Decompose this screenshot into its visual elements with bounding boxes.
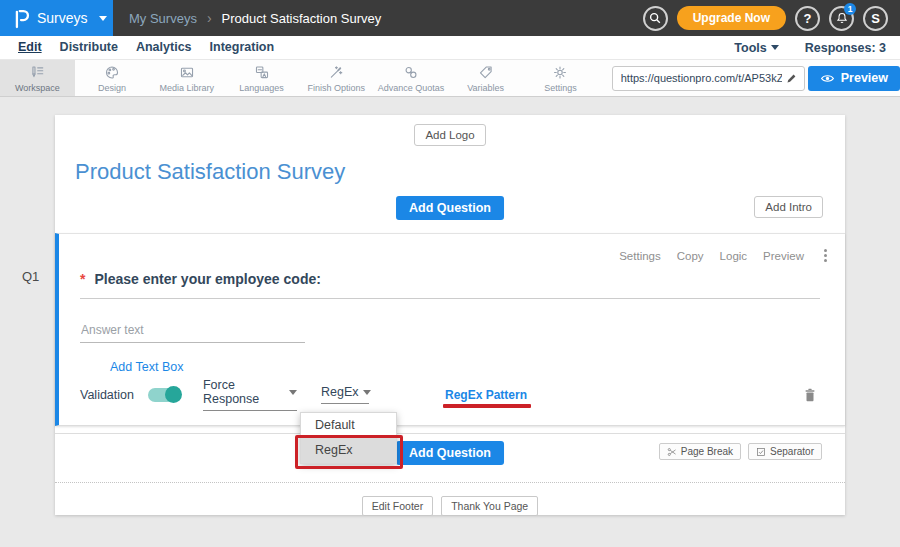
- breadcrumb: My Surveys › Product Satisfaction Survey: [129, 10, 381, 26]
- edit-url-button[interactable]: [785, 72, 798, 85]
- toolbar-item-media-library[interactable]: Media Library: [149, 60, 224, 96]
- required-marker: *: [80, 271, 85, 287]
- subnav-right: Tools Responses: 3: [734, 41, 900, 55]
- notifications-button[interactable]: 1: [829, 6, 854, 31]
- image-icon: [178, 64, 196, 81]
- separator-button[interactable]: Separator: [748, 443, 822, 460]
- pencil-icon: [785, 72, 798, 85]
- workspace-toolbar: Workspace Design Media Library Languages: [0, 59, 900, 97]
- dropdown-option-default[interactable]: Default: [301, 413, 396, 436]
- chevron-down-icon: [99, 16, 107, 21]
- help-label: ?: [804, 11, 812, 26]
- questionpro-logo-icon: [12, 7, 30, 29]
- annotation-underline: [443, 404, 531, 408]
- add-logo-row: Add Logo: [55, 115, 845, 146]
- page-break-label: Page Break: [681, 446, 733, 457]
- question-logic-link[interactable]: Logic: [720, 250, 748, 262]
- breadcrumb-parent[interactable]: My Surveys: [129, 11, 197, 26]
- force-response-dropdown[interactable]: Force Response: [203, 378, 297, 411]
- scissors-icon: [667, 447, 677, 457]
- preview-button[interactable]: Preview: [808, 66, 900, 91]
- top-bar: Surveys My Surveys › Product Satisfactio…: [0, 0, 900, 36]
- toolbar-label: Media Library: [160, 83, 215, 93]
- help-button[interactable]: ?: [795, 6, 820, 31]
- question-block: Settings Copy Logic Preview *Please ente…: [55, 233, 845, 426]
- chevron-down-icon: [289, 390, 297, 395]
- topbar-actions: Upgrade Now ? 1 S: [643, 6, 900, 31]
- product-menu[interactable]: Surveys: [0, 0, 113, 36]
- translate-icon: [253, 64, 271, 81]
- validation-row: Validation Force Response RegEx RegEx Pa…: [59, 378, 845, 411]
- tools-menu[interactable]: Tools: [734, 41, 778, 55]
- kebab-menu-icon[interactable]: [820, 247, 831, 264]
- dropdown-option-regex[interactable]: RegEx: [301, 436, 396, 463]
- survey-url-field[interactable]: [612, 66, 805, 91]
- trash-icon: [803, 387, 817, 403]
- toolbar-item-variables[interactable]: Variables: [448, 60, 523, 96]
- add-intro-button[interactable]: Add Intro: [754, 196, 823, 218]
- question-preview-link[interactable]: Preview: [763, 250, 804, 262]
- regex-pattern-wrap: RegEx Pattern: [445, 388, 527, 402]
- toolbar-item-advance-quotas[interactable]: Advance Quotas: [374, 60, 449, 96]
- tab-distribute[interactable]: Distribute: [60, 40, 118, 55]
- tag-icon: [477, 64, 495, 81]
- chevron-down-icon: [771, 45, 779, 50]
- validation-label: Validation: [80, 388, 134, 402]
- survey-title[interactable]: Product Satisfaction Survey: [75, 159, 845, 185]
- question-text-row[interactable]: *Please enter your employee code:: [80, 271, 820, 299]
- palette-icon: [103, 64, 121, 81]
- workspace-icon: [28, 64, 46, 81]
- toggle-knob: [165, 386, 182, 403]
- toolbar-label: Design: [98, 83, 126, 93]
- tools-label: Tools: [734, 41, 766, 55]
- force-response-label: Force Response: [203, 378, 285, 406]
- question-copy-link[interactable]: Copy: [677, 250, 704, 262]
- toolbar-label: Variables: [467, 83, 504, 93]
- toolbar-label: Advance Quotas: [378, 83, 445, 93]
- avatar-letter: S: [871, 11, 880, 26]
- toolbar-item-design[interactable]: Design: [75, 60, 150, 96]
- delete-question-button[interactable]: [803, 387, 817, 403]
- add-question-button-bottom[interactable]: Add Question: [396, 441, 504, 465]
- upgrade-now-button[interactable]: Upgrade Now: [677, 6, 786, 30]
- regex-pattern-link[interactable]: RegEx Pattern: [445, 388, 527, 402]
- chevron-down-icon: [363, 390, 371, 395]
- page-break-button[interactable]: Page Break: [659, 443, 741, 460]
- separator-icon: [756, 447, 766, 457]
- breadcrumb-separator-icon: ›: [207, 10, 212, 26]
- answer-text-input[interactable]: [80, 320, 305, 343]
- edit-footer-button[interactable]: Edit Footer: [362, 496, 433, 516]
- validation-type-menu: Default RegEx: [300, 412, 397, 464]
- preview-label: Preview: [841, 71, 888, 85]
- tab-analytics[interactable]: Analytics: [136, 40, 192, 55]
- toolbar-item-finish-options[interactable]: Finish Options: [299, 60, 374, 96]
- question-text: Please enter your employee code:: [94, 271, 320, 287]
- add-question-button[interactable]: Add Question: [396, 196, 504, 220]
- survey-card: Add Logo Product Satisfaction Survey Add…: [55, 115, 845, 515]
- account-avatar[interactable]: S: [863, 6, 888, 31]
- post-question-row: Add Question Page Break: [55, 433, 845, 482]
- toolbar-item-workspace[interactable]: Workspace: [0, 60, 75, 96]
- validation-type-label: RegEx: [321, 385, 359, 399]
- survey-subnav: Edit Distribute Analytics Integration To…: [0, 36, 900, 59]
- responses-count[interactable]: Responses: 3: [805, 41, 886, 55]
- toolbar-item-languages[interactable]: Languages: [224, 60, 299, 96]
- validation-type-dropdown[interactable]: RegEx: [321, 385, 369, 404]
- search-button[interactable]: [643, 6, 668, 31]
- product-menu-label: Surveys: [37, 10, 88, 26]
- breadcrumb-current: Product Satisfaction Survey: [222, 11, 382, 26]
- validation-toggle[interactable]: [148, 388, 181, 402]
- tab-edit[interactable]: Edit: [18, 40, 42, 55]
- toolbar-item-settings[interactable]: Settings: [523, 60, 598, 96]
- add-logo-button[interactable]: Add Logo: [414, 124, 485, 146]
- magic-wand-icon: [327, 64, 345, 81]
- survey-editor-page: Q1 Add Logo Product Satisfaction Survey …: [0, 97, 900, 547]
- eye-icon: [820, 73, 835, 84]
- add-text-box-link[interactable]: Add Text Box: [110, 360, 183, 374]
- question-settings-link[interactable]: Settings: [619, 250, 661, 262]
- toolbar-label: Workspace: [15, 83, 60, 93]
- tab-integration[interactable]: Integration: [210, 40, 275, 55]
- thank-you-page-button[interactable]: Thank You Page: [441, 496, 538, 516]
- separator-label: Separator: [770, 446, 814, 457]
- question-menu: Settings Copy Logic Preview: [619, 247, 831, 264]
